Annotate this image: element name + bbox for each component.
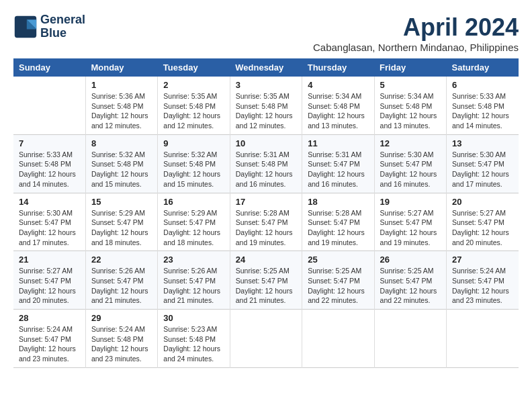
day-info: Sunrise: 5:30 AM Sunset: 5:47 PM Dayligh…: [380, 150, 441, 189]
calendar-cell: 15Sunrise: 5:29 AM Sunset: 5:47 PM Dayli…: [85, 193, 157, 251]
day-number: 15: [91, 197, 152, 207]
day-number: 19: [380, 197, 441, 207]
calendar-cell: 9Sunrise: 5:32 AM Sunset: 5:48 PM Daylig…: [158, 134, 230, 193]
calendar-header-row: SundayMondayTuesdayWednesdayThursdayFrid…: [13, 58, 519, 77]
day-info: Sunrise: 5:27 AM Sunset: 5:47 PM Dayligh…: [380, 208, 441, 248]
calendar-cell: 11Sunrise: 5:31 AM Sunset: 5:47 PM Dayli…: [302, 134, 374, 193]
calendar-cell: 4Sunrise: 5:34 AM Sunset: 5:48 PM Daylig…: [302, 77, 374, 134]
calendar-cell: 29Sunrise: 5:24 AM Sunset: 5:48 PM Dayli…: [85, 310, 157, 368]
day-info: Sunrise: 5:27 AM Sunset: 5:47 PM Dayligh…: [19, 266, 80, 306]
day-number: 4: [308, 80, 368, 90]
week-row-3: 14Sunrise: 5:30 AM Sunset: 5:47 PM Dayli…: [13, 193, 519, 251]
title-block: April 2024 Cabanglasan, Northern Mindana…: [313, 13, 519, 53]
week-row-4: 21Sunrise: 5:27 AM Sunset: 5:47 PM Dayli…: [13, 251, 519, 310]
calendar-cell: 27Sunrise: 5:24 AM Sunset: 5:47 PM Dayli…: [447, 251, 519, 310]
day-info: Sunrise: 5:28 AM Sunset: 5:47 PM Dayligh…: [308, 208, 368, 248]
calendar-cell: 20Sunrise: 5:27 AM Sunset: 5:47 PM Dayli…: [447, 193, 519, 251]
calendar-cell: 2Sunrise: 5:35 AM Sunset: 5:48 PM Daylig…: [158, 77, 230, 134]
day-info: Sunrise: 5:35 AM Sunset: 5:48 PM Dayligh…: [163, 91, 224, 131]
day-number: 22: [91, 255, 152, 265]
col-header-friday: Friday: [374, 58, 446, 77]
calendar-cell: 21Sunrise: 5:27 AM Sunset: 5:47 PM Dayli…: [13, 251, 85, 310]
col-header-tuesday: Tuesday: [158, 58, 230, 77]
day-number: 16: [163, 197, 224, 207]
day-number: 21: [19, 255, 80, 265]
day-info: Sunrise: 5:31 AM Sunset: 5:47 PM Dayligh…: [308, 150, 368, 189]
calendar-cell: [374, 310, 446, 368]
calendar-cell: 13Sunrise: 5:30 AM Sunset: 5:47 PM Dayli…: [447, 134, 519, 193]
calendar-cell: [230, 310, 302, 368]
day-number: 12: [380, 138, 441, 148]
day-number: 14: [19, 197, 80, 207]
logo-text: General Blue: [40, 13, 85, 40]
day-number: 20: [452, 197, 513, 207]
day-info: Sunrise: 5:33 AM Sunset: 5:48 PM Dayligh…: [452, 91, 513, 131]
day-info: Sunrise: 5:28 AM Sunset: 5:47 PM Dayligh…: [236, 208, 296, 248]
week-row-1: 1Sunrise: 5:36 AM Sunset: 5:48 PM Daylig…: [13, 77, 519, 134]
day-number: 11: [308, 138, 368, 148]
calendar-cell: [13, 77, 85, 134]
day-number: 8: [91, 138, 152, 148]
day-info: Sunrise: 5:25 AM Sunset: 5:47 PM Dayligh…: [380, 266, 441, 306]
day-number: 9: [163, 138, 224, 148]
day-info: Sunrise: 5:34 AM Sunset: 5:48 PM Dayligh…: [380, 91, 441, 131]
day-info: Sunrise: 5:32 AM Sunset: 5:48 PM Dayligh…: [91, 150, 152, 189]
day-info: Sunrise: 5:29 AM Sunset: 5:47 PM Dayligh…: [91, 208, 152, 248]
calendar-cell: 14Sunrise: 5:30 AM Sunset: 5:47 PM Dayli…: [13, 193, 85, 251]
day-number: 1: [91, 80, 152, 90]
calendar-cell: 22Sunrise: 5:26 AM Sunset: 5:47 PM Dayli…: [85, 251, 157, 310]
day-number: 25: [308, 255, 368, 265]
day-number: 6: [452, 80, 513, 90]
day-info: Sunrise: 5:25 AM Sunset: 5:47 PM Dayligh…: [308, 266, 368, 306]
calendar-subtitle: Cabanglasan, Northern Mindanao, Philippi…: [313, 42, 519, 53]
day-number: 18: [308, 197, 368, 207]
day-info: Sunrise: 5:31 AM Sunset: 5:48 PM Dayligh…: [236, 150, 296, 189]
calendar-cell: 25Sunrise: 5:25 AM Sunset: 5:47 PM Dayli…: [302, 251, 374, 310]
day-number: 7: [19, 138, 80, 148]
calendar-cell: 28Sunrise: 5:24 AM Sunset: 5:47 PM Dayli…: [13, 310, 85, 368]
col-header-thursday: Thursday: [302, 58, 374, 77]
day-number: 30: [163, 313, 224, 323]
day-number: 28: [19, 313, 80, 323]
calendar-cell: 3Sunrise: 5:35 AM Sunset: 5:48 PM Daylig…: [230, 77, 302, 134]
day-number: 29: [91, 313, 152, 323]
week-row-5: 28Sunrise: 5:24 AM Sunset: 5:47 PM Dayli…: [13, 310, 519, 368]
day-info: Sunrise: 5:23 AM Sunset: 5:48 PM Dayligh…: [163, 324, 224, 364]
col-header-monday: Monday: [85, 58, 157, 77]
calendar-cell: 23Sunrise: 5:26 AM Sunset: 5:47 PM Dayli…: [158, 251, 230, 310]
day-info: Sunrise: 5:36 AM Sunset: 5:48 PM Dayligh…: [91, 91, 152, 131]
day-info: Sunrise: 5:35 AM Sunset: 5:48 PM Dayligh…: [236, 91, 296, 131]
day-info: Sunrise: 5:24 AM Sunset: 5:48 PM Dayligh…: [91, 324, 152, 364]
calendar-cell: 24Sunrise: 5:25 AM Sunset: 5:47 PM Dayli…: [230, 251, 302, 310]
calendar-cell: 8Sunrise: 5:32 AM Sunset: 5:48 PM Daylig…: [85, 134, 157, 193]
day-info: Sunrise: 5:33 AM Sunset: 5:48 PM Dayligh…: [19, 150, 80, 189]
calendar-cell: 18Sunrise: 5:28 AM Sunset: 5:47 PM Dayli…: [302, 193, 374, 251]
calendar-cell: [302, 310, 374, 368]
calendar-cell: 7Sunrise: 5:33 AM Sunset: 5:48 PM Daylig…: [13, 134, 85, 193]
header: General Blue April 2024 Cabanglasan, Nor…: [13, 13, 519, 53]
day-info: Sunrise: 5:30 AM Sunset: 5:47 PM Dayligh…: [452, 150, 513, 189]
calendar-cell: 30Sunrise: 5:23 AM Sunset: 5:48 PM Dayli…: [158, 310, 230, 368]
day-info: Sunrise: 5:26 AM Sunset: 5:47 PM Dayligh…: [163, 266, 224, 306]
day-info: Sunrise: 5:24 AM Sunset: 5:47 PM Dayligh…: [452, 266, 513, 306]
logo: General Blue: [13, 13, 85, 40]
day-number: 2: [163, 80, 224, 90]
day-info: Sunrise: 5:30 AM Sunset: 5:47 PM Dayligh…: [19, 208, 80, 248]
col-header-wednesday: Wednesday: [230, 58, 302, 77]
day-info: Sunrise: 5:25 AM Sunset: 5:47 PM Dayligh…: [236, 266, 296, 306]
week-row-2: 7Sunrise: 5:33 AM Sunset: 5:48 PM Daylig…: [13, 134, 519, 193]
calendar-table: SundayMondayTuesdayWednesdayThursdayFrid…: [13, 58, 519, 368]
col-header-saturday: Saturday: [447, 58, 519, 77]
calendar-cell: [447, 310, 519, 368]
col-header-sunday: Sunday: [13, 58, 85, 77]
calendar-cell: 6Sunrise: 5:33 AM Sunset: 5:48 PM Daylig…: [447, 77, 519, 134]
day-number: 23: [163, 255, 224, 265]
calendar-cell: 12Sunrise: 5:30 AM Sunset: 5:47 PM Dayli…: [374, 134, 446, 193]
day-info: Sunrise: 5:32 AM Sunset: 5:48 PM Dayligh…: [163, 150, 224, 189]
day-number: 3: [236, 80, 296, 90]
calendar-cell: 17Sunrise: 5:28 AM Sunset: 5:47 PM Dayli…: [230, 193, 302, 251]
day-number: 24: [236, 255, 296, 265]
calendar-cell: 1Sunrise: 5:36 AM Sunset: 5:48 PM Daylig…: [85, 77, 157, 134]
calendar-cell: 16Sunrise: 5:29 AM Sunset: 5:47 PM Dayli…: [158, 193, 230, 251]
calendar-cell: 19Sunrise: 5:27 AM Sunset: 5:47 PM Dayli…: [374, 193, 446, 251]
